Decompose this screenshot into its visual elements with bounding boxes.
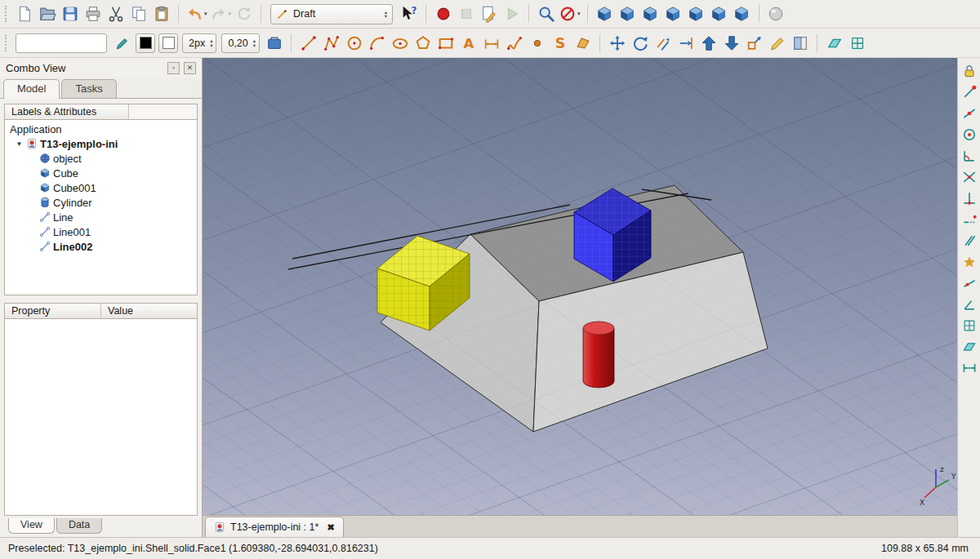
line-color-swatch[interactable] — [136, 33, 155, 53]
macro-play-button[interactable] — [501, 3, 523, 25]
tree-item-object[interactable]: object — [5, 151, 197, 166]
draft-scale-button[interactable] — [743, 32, 765, 54]
3d-viewport[interactable]: z Y X — [203, 58, 957, 515]
tree-item-line002[interactable]: Line002 — [5, 239, 197, 254]
face-color-swatch[interactable] — [158, 33, 178, 53]
draft-point-button[interactable] — [526, 32, 548, 54]
draft-edit-button[interactable] — [766, 32, 788, 54]
paste-button[interactable] — [150, 3, 172, 25]
workbench-selector[interactable]: Draft ▴▾ — [270, 4, 393, 24]
cut-button[interactable] — [105, 3, 127, 25]
red-cylinder-object[interactable] — [583, 322, 614, 388]
view-top-button[interactable] — [639, 3, 662, 25]
draft-text-button[interactable] — [457, 32, 479, 54]
draft-apply-style-button[interactable] — [111, 32, 133, 54]
draft-rectangle-button[interactable] — [434, 32, 457, 54]
property-editor[interactable] — [4, 319, 198, 516]
draft-command-input[interactable] — [16, 33, 107, 53]
macro-stop-button[interactable] — [455, 3, 477, 25]
draft-upgrade-button[interactable] — [697, 32, 719, 54]
draft-arc-button[interactable] — [366, 32, 388, 54]
toolbar-handle[interactable] — [5, 6, 8, 22]
snap-center-button[interactable] — [960, 125, 979, 144]
tree-item-line001[interactable]: Line001 — [5, 224, 197, 239]
draft-shape2dview-button[interactable] — [789, 32, 811, 54]
draft-downgrade-button[interactable] — [720, 32, 742, 54]
snap-ortho-button[interactable] — [960, 295, 979, 314]
draft-bspline-button[interactable] — [503, 32, 525, 54]
snap-intersection-button[interactable] — [960, 167, 979, 187]
draft-facebinder-button[interactable] — [572, 32, 594, 54]
undo-button[interactable]: ▾ — [185, 3, 208, 25]
property-column-header[interactable]: Property — [5, 304, 101, 318]
draft-move-button[interactable] — [606, 32, 628, 54]
snap-angle-button[interactable] — [960, 146, 979, 166]
draft-select-plane-button[interactable] — [823, 32, 845, 54]
snap-special-button[interactable] — [960, 252, 979, 272]
tab-data[interactable]: Data — [56, 518, 102, 534]
snap-extension-button[interactable] — [960, 210, 979, 229]
fit-all-button[interactable] — [535, 3, 557, 25]
stepper-down-icon[interactable]: ▾ — [385, 14, 387, 19]
stepper-down-icon[interactable]: ▾ — [210, 43, 212, 48]
open-document-button[interactable] — [36, 3, 58, 25]
whats-this-button[interactable] — [398, 3, 420, 25]
tree-expander-icon[interactable]: ▼ — [15, 140, 24, 148]
snap-parallel-button[interactable] — [960, 231, 979, 251]
view-front-button[interactable] — [617, 3, 639, 25]
tree-item-application[interactable]: Application — [5, 122, 197, 136]
draft-rotate-button[interactable] — [629, 32, 651, 54]
tree-item-cube[interactable]: Cube — [5, 166, 197, 180]
draft-offset-button[interactable] — [652, 32, 674, 54]
snap-dimensions-button[interactable] — [960, 358, 979, 378]
draft-polygon-button[interactable] — [412, 32, 434, 54]
close-document-tab-icon[interactable]: ✖ — [327, 522, 334, 533]
draft-toggle-grid-button[interactable] — [846, 32, 868, 54]
value-column-header[interactable]: Value — [101, 304, 197, 318]
draft-autogroup-button[interactable] — [263, 32, 285, 54]
draft-dimension-button[interactable] — [480, 32, 502, 54]
view-rear-button[interactable] — [685, 3, 707, 25]
toolbar-handle[interactable] — [5, 35, 8, 51]
print-button[interactable] — [82, 3, 104, 25]
refresh-button[interactable] — [233, 3, 255, 25]
draft-circle-button[interactable] — [343, 32, 365, 54]
save-document-button[interactable] — [59, 3, 81, 25]
view-isometric-button[interactable] — [594, 3, 616, 25]
view-right-button[interactable] — [662, 3, 684, 25]
draft-shapestring-button[interactable] — [549, 32, 571, 54]
snap-midpoint-button[interactable] — [960, 104, 979, 123]
tab-view[interactable]: View — [8, 518, 55, 534]
line-width-select[interactable]: 2px ▴▾ — [182, 33, 216, 53]
stepper-down-icon[interactable]: ▾ — [253, 43, 256, 48]
view-bottom-button[interactable] — [708, 3, 730, 25]
tab-model[interactable]: Model — [3, 79, 60, 99]
draft-ellipse-button[interactable] — [389, 32, 411, 54]
combo-close-button[interactable]: ✕ — [184, 62, 196, 74]
tree-header-label[interactable]: Labels & Attributes — [5, 104, 129, 119]
redo-button[interactable]: ▾ — [209, 3, 233, 25]
texture-button[interactable] — [765, 3, 787, 25]
snap-grid-button[interactable] — [960, 316, 979, 335]
copy-button[interactable] — [127, 3, 149, 25]
snap-perpendicular-button[interactable] — [960, 189, 979, 208]
snap-working-plane-button[interactable] — [960, 337, 979, 357]
tree-item-document[interactable]: ▼ T13-ejemplo-ini — [5, 136, 197, 151]
tree-item-line[interactable]: Line — [5, 210, 197, 224]
text-scale-steppers[interactable]: ▴▾ — [253, 38, 256, 47]
document-tab[interactable]: T13-ejemplo-ini : 1* ✖ — [205, 517, 344, 537]
snap-near-button[interactable] — [960, 273, 979, 293]
text-scale-spinbox[interactable]: 0,20 ▴▾ — [221, 33, 260, 53]
tree-item-cylinder[interactable]: Cylinder — [5, 195, 197, 210]
snap-endpoint-button[interactable] — [960, 82, 979, 102]
new-document-button[interactable] — [13, 3, 35, 25]
macro-edit-button[interactable] — [478, 3, 500, 25]
tab-tasks[interactable]: Tasks — [61, 79, 116, 98]
workbench-steppers[interactable]: ▴▾ — [385, 10, 387, 19]
tree-item-cube001[interactable]: Cube001 — [5, 180, 197, 195]
draft-polyline-button[interactable] — [320, 32, 342, 54]
view-left-button[interactable] — [731, 3, 753, 25]
snap-lock-button[interactable] — [960, 61, 979, 81]
draft-trimex-button[interactable] — [675, 32, 697, 54]
line-width-steppers[interactable]: ▴▾ — [210, 38, 212, 47]
